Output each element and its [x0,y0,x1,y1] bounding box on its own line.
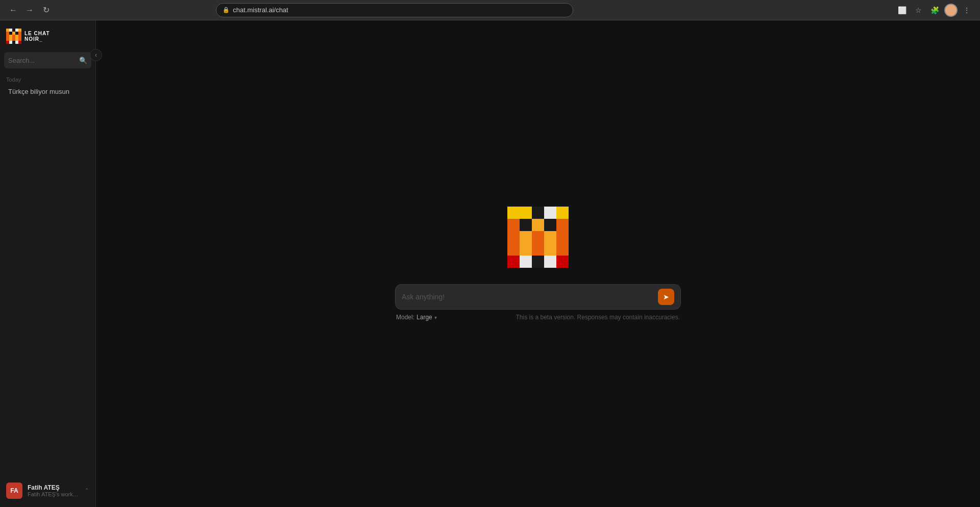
main-logo [507,207,569,268]
sidebar-collapse-button[interactable]: ‹ [90,49,102,61]
history-item-label: Türkçe biliyor musun [8,88,69,95]
sidebar: ‹ [0,20,96,507]
svg-rect-11 [12,35,15,41]
chat-center: ➤ Model: Large ▾ This is a beta version.… [385,207,691,321]
address-bar[interactable]: 🔒 chat.mistral.ai/chat [216,3,573,17]
svg-rect-29 [507,231,520,243]
svg-rect-4 [6,32,9,35]
svg-rect-18 [18,41,21,44]
collapse-arrow-icon: ‹ [95,52,97,59]
svg-rect-21 [532,207,544,219]
logo-text: LE CHAT NOIR_ [24,31,50,42]
forward-button[interactable]: → [22,3,37,17]
model-label-text: Model: [396,314,414,321]
browser-toolbar-right: ⬜ ☆ 🧩 ⋮ [895,3,974,17]
logo-icon [6,29,21,44]
svg-rect-3 [18,29,21,32]
svg-rect-0 [6,29,9,32]
extensions-button[interactable]: 🧩 [928,3,942,17]
svg-rect-14 [6,41,9,44]
chat-input[interactable] [402,293,654,301]
svg-rect-10 [9,35,12,41]
svg-rect-16 [12,41,15,44]
svg-rect-26 [532,219,544,231]
svg-rect-23 [556,207,569,219]
svg-rect-31 [532,231,544,243]
svg-rect-20 [520,207,532,219]
sidebar-user-profile[interactable]: FA Fatih ATEŞ Fatih ATEŞ's workspace ⌃ [2,476,93,505]
search-input[interactable] [8,57,76,64]
svg-rect-13 [18,35,21,41]
svg-rect-17 [15,41,18,44]
svg-rect-19 [507,207,520,219]
svg-rect-6 [12,32,15,35]
svg-rect-1 [9,29,12,32]
model-selector[interactable]: Model: Large ▾ [396,314,437,321]
logo-container: LE CHAT NOIR_ [6,29,50,44]
user-avatar: FA [6,483,22,499]
logo-top-text: LE CHAT [24,31,50,36]
logo-bottom-text: NOIR_ [24,36,50,42]
search-input-wrapper: 🔍 [4,52,91,68]
model-chevron-icon: ▾ [434,315,437,320]
url-text: chat.mistral.ai/chat [233,6,288,14]
app-container: ‹ [0,20,980,507]
send-button[interactable]: ➤ [658,289,674,305]
svg-rect-33 [556,231,569,243]
sidebar-header: LE CHAT NOIR_ [0,20,95,50]
svg-rect-7 [15,32,18,35]
lock-icon: 🔒 [223,7,230,13]
chat-input-wrapper: ➤ [395,284,681,310]
user-workspace: Fatih ATEŞ's workspace [28,491,79,497]
browser-chrome: ← → ↻ 🔒 chat.mistral.ai/chat ⬜ ☆ 🧩 ⋮ [0,0,980,20]
user-name: Fatih ATEŞ [28,484,79,491]
menu-button[interactable]: ⋮ [960,3,974,17]
main-logo-svg [507,207,569,268]
reload-button[interactable]: ↻ [39,3,53,17]
chat-meta: Model: Large ▾ This is a beta version. R… [395,314,681,321]
beta-notice: This is a beta version. Responses may co… [516,314,680,321]
back-button[interactable]: ← [6,3,20,17]
sidebar-history-item[interactable]: Türkçe biliyor musun [2,85,93,98]
svg-rect-39 [507,256,520,268]
main-content: ➤ Model: Large ▾ This is a beta version.… [96,20,980,507]
svg-rect-34 [507,243,520,256]
screenshot-button[interactable]: ⬜ [895,3,910,17]
svg-rect-2 [15,29,18,32]
svg-rect-8 [18,32,21,35]
profile-avatar-chrome[interactable] [944,4,958,17]
svg-rect-32 [544,231,556,243]
svg-rect-24 [507,219,520,231]
svg-rect-30 [520,231,532,243]
svg-rect-42 [544,256,556,268]
sidebar-section-today: Today [0,72,95,85]
user-info: Fatih ATEŞ Fatih ATEŞ's workspace [28,484,79,497]
svg-rect-28 [556,219,569,231]
search-container: 🔍 [0,50,95,72]
svg-rect-36 [532,243,544,256]
chat-input-area: ➤ Model: Large ▾ This is a beta version.… [395,284,681,321]
svg-rect-43 [556,256,569,268]
svg-rect-22 [544,207,556,219]
svg-rect-25 [520,219,532,231]
send-icon: ➤ [663,293,669,301]
svg-rect-38 [556,243,569,256]
browser-nav-buttons: ← → ↻ [6,3,53,17]
search-icon: 🔍 [79,57,87,64]
svg-rect-35 [520,243,532,256]
svg-rect-12 [15,35,18,41]
svg-rect-41 [532,256,544,268]
svg-rect-15 [9,41,12,44]
svg-rect-9 [6,35,9,41]
svg-rect-5 [9,32,12,35]
svg-rect-27 [544,219,556,231]
model-name-text: Large [416,314,432,321]
user-chevron-icon: ⌃ [84,487,89,494]
svg-rect-40 [520,256,532,268]
logo-svg [6,29,21,44]
bookmark-button[interactable]: ☆ [912,3,926,17]
svg-rect-37 [544,243,556,256]
